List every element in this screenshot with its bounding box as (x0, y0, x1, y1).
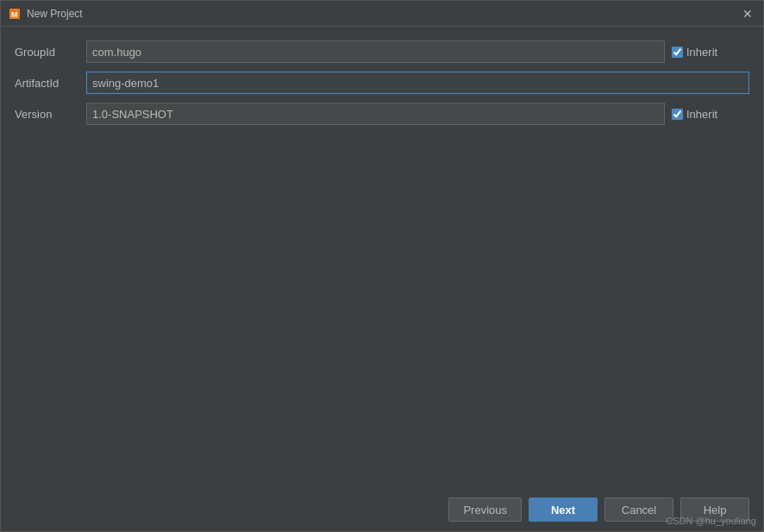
artifactid-input[interactable] (86, 72, 749, 94)
close-button[interactable]: ✕ (739, 5, 756, 22)
title-bar-left: M New Project (8, 7, 83, 21)
app-icon: M (8, 7, 22, 21)
version-input[interactable] (86, 103, 665, 125)
version-inherit-label: Inherit (686, 108, 717, 121)
groupid-inherit: Inherit (672, 46, 749, 59)
groupid-label: GroupId (15, 46, 79, 59)
version-label: Version (15, 108, 79, 121)
cancel-button[interactable]: Cancel (604, 498, 673, 522)
version-row: Version Inherit (15, 103, 749, 125)
version-inherit: Inherit (672, 108, 749, 121)
groupid-inherit-checkbox[interactable] (672, 47, 683, 58)
groupid-row: GroupId Inherit (15, 41, 749, 63)
groupid-input[interactable] (86, 41, 665, 63)
artifactid-row: ArtifactId (15, 72, 749, 94)
groupid-inherit-label: Inherit (686, 46, 717, 59)
version-inherit-checkbox[interactable] (672, 109, 683, 120)
dialog-window: M New Project ✕ GroupId Inherit Artifact… (0, 0, 764, 532)
form-area: GroupId Inherit ArtifactId Version Inher… (15, 41, 749, 125)
button-bar: Previous Next Cancel Help (1, 488, 763, 531)
dialog-content: GroupId Inherit ArtifactId Version Inher… (1, 27, 763, 488)
artifactid-label: ArtifactId (15, 77, 79, 90)
previous-button[interactable]: Previous (448, 498, 522, 522)
svg-text:M: M (11, 10, 18, 19)
watermark: CSDN @hu_youliang (666, 516, 756, 526)
window-title: New Project (27, 8, 83, 20)
title-bar: M New Project ✕ (1, 1, 763, 27)
next-button[interactable]: Next (529, 498, 598, 522)
